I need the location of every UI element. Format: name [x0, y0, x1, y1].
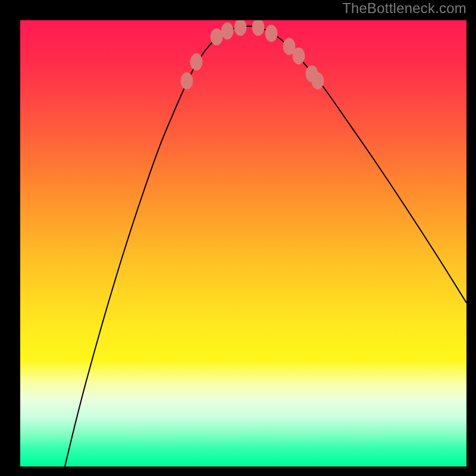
curve-marker: [181, 73, 193, 89]
curve-marker: [221, 23, 233, 39]
chart-frame: TheBottleneck.com: [0, 0, 476, 476]
plot-area: [20, 20, 466, 466]
curve-marker: [293, 48, 305, 64]
bottleneck-curve-path: [65, 26, 466, 466]
curve-marker: [190, 54, 202, 70]
watermark-label: TheBottleneck.com: [342, 0, 466, 17]
bottleneck-curve-svg: [20, 20, 466, 466]
curve-marker: [234, 20, 246, 36]
curve-marker: [312, 73, 324, 89]
curve-marker: [252, 20, 264, 36]
curve-marker: [265, 25, 277, 42]
curve-marker: [211, 29, 223, 45]
